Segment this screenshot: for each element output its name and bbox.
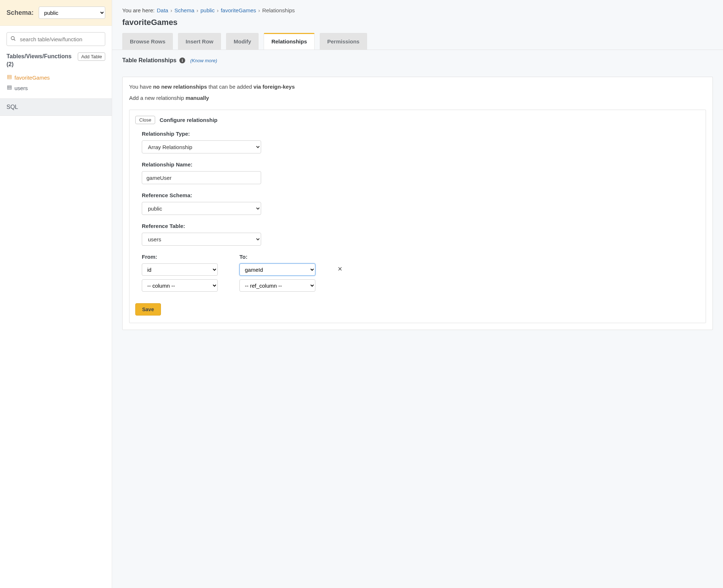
table-list: favoriteGames users: [0, 72, 112, 98]
tab-browse-rows[interactable]: Browse Rows: [122, 33, 173, 50]
to-column-select[interactable]: gameId: [239, 263, 315, 276]
reference-schema-select[interactable]: public: [142, 202, 261, 215]
relationship-name-label: Relationship Name:: [142, 161, 700, 168]
info-icon[interactable]: i: [179, 58, 185, 63]
table-icon: [7, 75, 12, 80]
search-input[interactable]: [7, 32, 105, 46]
save-button[interactable]: Save: [135, 303, 161, 316]
reference-table-label: Reference Table:: [142, 223, 700, 229]
tabs: Browse Rows Insert Row Modify Relationsh…: [112, 33, 723, 50]
main-content: You are here: Data › Schema › public › f…: [112, 0, 723, 588]
chevron-right-icon: ›: [170, 7, 172, 13]
add-table-button[interactable]: Add Table: [78, 52, 105, 61]
tab-permissions[interactable]: Permissions: [320, 33, 367, 50]
tab-modify[interactable]: Modify: [226, 33, 259, 50]
remove-mapping-icon[interactable]: [337, 256, 343, 274]
add-manually-text: Add a new relationship manually: [126, 95, 709, 106]
svg-point-0: [11, 37, 14, 40]
table-item-label: users: [14, 85, 28, 91]
chevron-right-icon: ›: [217, 7, 218, 13]
breadcrumb-link-public[interactable]: public: [200, 7, 214, 13]
config-title: Configure relationship: [160, 117, 217, 123]
chevron-right-icon: ›: [258, 7, 260, 13]
table-icon: [7, 85, 12, 91]
tables-heading: Tables/Views/Functions (2): [7, 52, 74, 69]
breadcrumb-current: Relationships: [262, 7, 295, 13]
breadcrumb-link-data[interactable]: Data: [157, 7, 169, 13]
relationships-panel: You have no new relationships that can b…: [122, 77, 713, 330]
schema-label: Schema:: [7, 9, 34, 17]
svg-rect-7: [8, 86, 12, 89]
close-button[interactable]: Close: [135, 116, 155, 124]
relationship-type-select[interactable]: Array Relationship: [142, 140, 261, 153]
svg-line-1: [14, 39, 15, 41]
tab-relationships[interactable]: Relationships: [264, 33, 314, 50]
chevron-right-icon: ›: [196, 7, 198, 13]
reference-schema-label: Reference Schema:: [142, 192, 700, 198]
from-column-select-empty[interactable]: -- column --: [142, 279, 218, 292]
search-icon: [10, 36, 16, 42]
breadcrumb: You are here: Data › Schema › public › f…: [112, 0, 723, 16]
from-column-select[interactable]: id: [142, 263, 218, 276]
table-item-label: favoriteGames: [14, 75, 50, 81]
schema-select[interactable]: public: [39, 7, 105, 19]
tab-insert-row[interactable]: Insert Row: [178, 33, 221, 50]
breadcrumb-link-table[interactable]: favoriteGames: [221, 7, 256, 13]
to-column-select-empty[interactable]: -- ref_column --: [239, 279, 315, 292]
reference-table-select[interactable]: users: [142, 233, 261, 246]
relationship-name-input[interactable]: [142, 171, 261, 184]
no-relationships-text: You have no new relationships that can b…: [126, 84, 709, 95]
schema-bar: Schema: public: [0, 0, 112, 26]
section-title: Table Relationships i (Know more): [122, 57, 713, 64]
table-item-favoriteGames[interactable]: favoriteGames: [0, 72, 112, 83]
sql-nav-item[interactable]: SQL: [0, 98, 112, 116]
know-more-link[interactable]: (Know more): [190, 58, 217, 63]
breadcrumb-link-schema[interactable]: Schema: [174, 7, 194, 13]
to-label: To:: [239, 254, 315, 260]
table-item-users[interactable]: users: [0, 83, 112, 93]
sidebar: Schema: public Tables/Views/Functions (2…: [0, 0, 112, 588]
breadcrumb-prefix: You are here:: [122, 7, 155, 13]
relationship-type-label: Relationship Type:: [142, 131, 700, 137]
page-title: favoriteGames: [112, 16, 723, 33]
configure-relationship-box: Close Configure relationship Relationshi…: [129, 110, 706, 323]
svg-rect-2: [8, 75, 12, 79]
from-label: From:: [142, 254, 218, 260]
